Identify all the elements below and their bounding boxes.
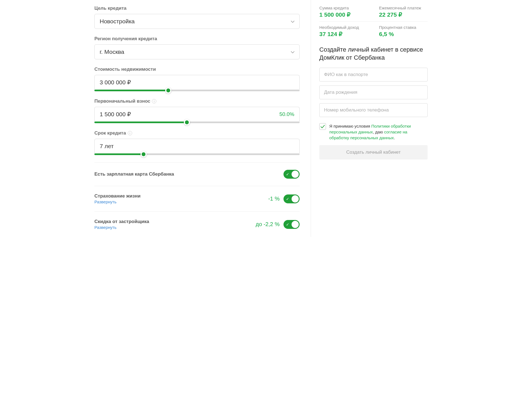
life-insurance-toggle[interactable]: ✓ [283,194,300,203]
salary-card-toggle[interactable]: ✓ [283,170,300,179]
region-label: Регион получения кредита [94,36,300,42]
check-icon: ✓ [286,222,289,227]
term-value: 7 лет [100,143,114,150]
downpay-label: Первоначальный взнос i [94,98,300,104]
consent-text: Я принимаю условия Политики обработки пе… [329,123,428,141]
fio-input[interactable] [319,68,428,82]
price-slider[interactable] [94,90,300,91]
term-slider-thumb[interactable] [140,151,147,157]
purpose-label: Цель кредита [94,6,300,11]
term-field: Срок кредита i 7 лет [94,130,300,155]
life-insurance-discount: -1 % [268,196,280,202]
term-slider-fill [94,153,144,155]
summary-rate-value: 6,5 % [379,31,428,37]
summary-income-label: Необходимый доход [319,25,368,30]
term-input[interactable]: 7 лет [94,139,300,153]
price-slider-thumb[interactable] [165,87,171,93]
life-insurance-label: Страхование жизни [94,193,140,199]
downpay-slider[interactable] [94,122,300,123]
phone-input[interactable] [319,103,428,117]
loan-summary: Сумма кредита 1 500 000 ₽ Ежемесячный пл… [319,6,428,37]
downpay-field: Первоначальный взнос i 1 500 000 ₽ 50.0% [94,98,300,123]
summary-and-signup: Сумма кредита 1 500 000 ₽ Ежемесячный пл… [314,0,433,237]
salary-card-row: Есть зарплатная карта Сбербанка ✓ [94,168,300,180]
region-select[interactable]: г. Москва [94,44,300,59]
summary-loan: Сумма кредита 1 500 000 ₽ [319,6,368,18]
check-icon: ✓ [286,172,289,176]
calculator-form: Цель кредита Новостройка Регион получени… [89,0,308,237]
toggle-knob [292,195,299,203]
create-account-button[interactable]: Создать личный кабинет [319,145,428,160]
toggle-knob [292,171,299,178]
downpay-slider-fill [94,122,187,123]
vertical-divider [311,0,311,237]
consent-row: Я принимаю условия Политики обработки пе… [319,123,428,141]
downpay-input[interactable]: 1 500 000 ₽ 50.0% [94,107,300,122]
summary-income-value: 37 124 ₽ [319,31,368,37]
price-label: Стоимость недвижимости [94,67,300,72]
summary-loan-value: 1 500 000 ₽ [319,11,368,18]
summary-loan-label: Сумма кредита [319,6,368,10]
consent-checkbox[interactable] [319,123,326,130]
divider [94,211,300,212]
term-label: Срок кредита i [94,130,300,136]
region-field: Регион получения кредита г. Москва [94,36,300,59]
builder-discount-expand[interactable]: Развернуть [94,225,149,230]
region-value: г. Москва [94,44,300,59]
purpose-field: Цель кредита Новостройка [94,6,300,29]
price-value: 3 000 000 ₽ [100,79,131,86]
toggle-knob [292,221,299,228]
price-slider-fill [94,90,168,91]
downpay-slider-thumb[interactable] [184,119,190,125]
summary-monthly-label: Ежемесячный платеж [379,6,428,10]
salary-card-label: Есть зарплатная карта Сбербанка [94,171,174,177]
price-field: Стоимость недвижимости 3 000 000 ₽ [94,67,300,91]
dob-input[interactable] [319,85,428,99]
price-input[interactable]: 3 000 000 ₽ [94,75,300,90]
summary-rate-label: Процентная ставка [379,25,428,30]
divider [94,162,300,163]
summary-monthly: Ежемесячный платеж 22 275 ₽ [379,6,428,18]
downpay-percent: 50.0% [279,111,294,117]
divider [94,186,300,186]
builder-discount-toggle[interactable]: ✓ [283,220,300,229]
life-insurance-row: Страхование жизни Развернуть -1 % ✓ [94,192,300,206]
summary-rate: Процентная ставка 6,5 % [379,25,428,37]
signup-title: Создайте личный кабинет в сервисе ДомКли… [319,46,428,62]
info-icon[interactable]: i [128,131,132,135]
downpay-value: 1 500 000 ₽ [100,111,131,118]
info-icon[interactable]: i [152,99,156,103]
check-icon: ✓ [286,197,289,201]
term-slider[interactable] [94,153,300,155]
purpose-select[interactable]: Новостройка [94,14,300,29]
divider [319,21,428,22]
builder-discount-value: до -2,2 % [256,221,280,227]
builder-discount-label: Скидка от застройщика [94,219,149,224]
life-insurance-expand[interactable]: Развернуть [94,199,140,204]
builder-discount-row: Скидка от застройщика Развернуть до -2,2… [94,217,300,231]
summary-income: Необходимый доход 37 124 ₽ [319,25,368,37]
summary-monthly-value: 22 275 ₽ [379,11,428,18]
purpose-value: Новостройка [94,14,300,29]
